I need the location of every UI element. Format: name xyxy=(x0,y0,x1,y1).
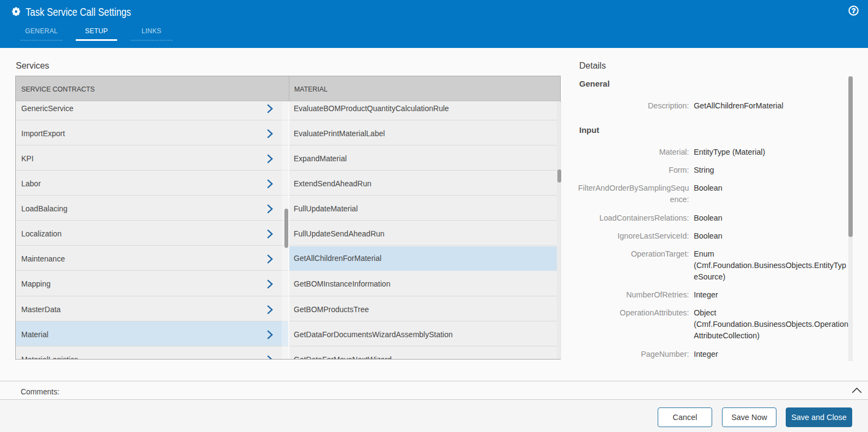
svg-text:?: ? xyxy=(852,7,856,15)
